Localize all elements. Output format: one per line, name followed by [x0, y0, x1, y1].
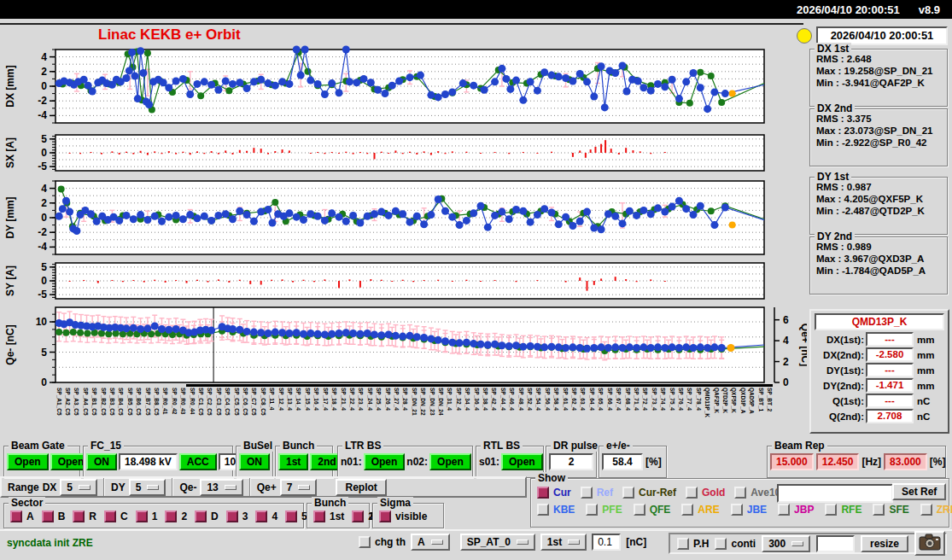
- beam-rep-1-field[interactable]: 15.000: [770, 453, 814, 470]
- q1-value: ---: [866, 394, 914, 408]
- bunch-1st-button[interactable]: 1st: [278, 453, 308, 470]
- checkbox-sfe[interactable]: SFE: [873, 504, 908, 516]
- checkbox-d[interactable]: D: [195, 510, 219, 522]
- dy-chart[interactable]: 420-2-4DY [mm]: [0, 176, 807, 260]
- bpm-label: SP_A2_C5: [64, 388, 70, 436]
- range-qem-dropdown[interactable]: 13: [200, 479, 242, 496]
- ltr-n02-open-button[interactable]: Open: [429, 453, 471, 470]
- checkbox-pfe[interactable]: PFE: [586, 504, 622, 516]
- busel-on-button[interactable]: ON: [239, 453, 270, 470]
- count-dropdown[interactable]: 300: [762, 535, 810, 552]
- dx-chart[interactable]: 420-2-4DX [mm]: [0, 44, 807, 128]
- bunch-show-group: Bunch 1st2nd: [307, 503, 370, 528]
- svg-text:2: 2: [41, 197, 47, 209]
- range-qep-dropdown[interactable]: 7: [280, 479, 318, 496]
- svg-text:0: 0: [41, 212, 47, 224]
- checkbox-ref[interactable]: Ref: [581, 487, 613, 499]
- checkbox-1st[interactable]: 1st: [313, 510, 344, 522]
- svg-text:0: 0: [783, 376, 789, 388]
- replot-button[interactable]: Replot: [336, 479, 386, 496]
- kekb-orbit-app: { "window": {"time":"2026/04/10 20:00:51…: [0, 0, 952, 560]
- svg-text:Qe- [nC]: Qe- [nC]: [4, 324, 16, 365]
- checkbox-a[interactable]: A: [10, 510, 34, 522]
- snapshot-button[interactable]: [914, 531, 945, 556]
- bunch-select-dropdown[interactable]: 1st: [540, 534, 587, 551]
- bpm-label: SP_61_4: [562, 388, 568, 436]
- dropdown-bar-icon: [517, 540, 529, 545]
- count-entry-field[interactable]: [816, 535, 855, 552]
- bpm-label: SP_B2_C5: [100, 388, 106, 436]
- sx-chart[interactable]: 50-5SX [A]: [0, 130, 807, 176]
- svg-text:-2: -2: [38, 226, 47, 238]
- ltr-n01-open-button[interactable]: Open: [364, 453, 406, 470]
- dy2-min: -1.784@QAD5P_A: [842, 265, 926, 276]
- checkbox-jbe[interactable]: JBE: [731, 504, 767, 516]
- checkbox-gold[interactable]: Gold: [686, 487, 725, 499]
- bpm-label: SP_BT_1: [757, 388, 763, 436]
- checkbox-ave10[interactable]: Ave10: [734, 487, 780, 499]
- range-qep-label: Qe+: [257, 481, 277, 493]
- svg-text:4: 4: [41, 183, 47, 195]
- sy-chart[interactable]: 50-5SY [A]: [0, 258, 807, 304]
- dx-1st-stats: DX 1st RMS : 2.648 Max : 19.258@SP_DN_21…: [809, 49, 948, 107]
- beam-rep-2-field[interactable]: 12.450: [816, 453, 860, 470]
- bpm-label: SP_42_4: [491, 388, 497, 436]
- checkbox-cur-ref[interactable]: Cur-Ref: [622, 487, 676, 499]
- bpm-label: SP_17_4: [322, 388, 328, 436]
- checkbox-qfe[interactable]: QFE: [634, 504, 671, 516]
- acquisition-panel: P.H conti 300 resize: [669, 533, 947, 554]
- bpm-label: SP_14_4: [295, 388, 301, 436]
- checkbox-cur[interactable]: Cur: [537, 487, 571, 499]
- checkbox-jbp[interactable]: JBP: [778, 504, 814, 516]
- range-dx-dropdown[interactable]: 5: [60, 479, 97, 496]
- beam-gate-open-1-button[interactable]: Open: [7, 453, 49, 470]
- checkbox-p-h[interactable]: P.H: [677, 538, 709, 550]
- dx1-max: 19.258@SP_DN_21: [844, 66, 933, 76]
- dy2-rms: 0.989: [847, 242, 872, 252]
- bpm-label: SP_C4_C5: [225, 388, 231, 436]
- checkbox-4[interactable]: 4: [255, 510, 277, 522]
- checkbox-conti[interactable]: conti: [715, 538, 756, 550]
- checkbox-rfe[interactable]: RFE: [825, 504, 861, 516]
- checkbox-2[interactable]: 2: [165, 510, 187, 522]
- dropdown-bar-icon: [568, 540, 580, 545]
- e-ratio-field[interactable]: 58.4: [602, 453, 643, 470]
- rtl-s01-open-button[interactable]: Open: [501, 453, 543, 470]
- bpm-label: SP_21_4: [340, 388, 346, 436]
- bpm-label: SP_15_4: [304, 388, 310, 436]
- bpm-label: SP_73_4: [651, 388, 657, 436]
- checkbox-chg-th[interactable]: chg th: [359, 536, 406, 548]
- range-dy-dropdown[interactable]: 5: [129, 479, 166, 496]
- resize-button[interactable]: resize: [861, 535, 908, 552]
- checkbox-zre[interactable]: ZRE: [920, 504, 952, 516]
- checkbox-are[interactable]: ARE: [681, 504, 719, 516]
- checkbox-kbe[interactable]: KBE: [537, 504, 575, 516]
- dy1-rms: 0.987: [847, 182, 872, 192]
- ref-name-input[interactable]: [777, 484, 893, 503]
- checkbox-1[interactable]: 1: [136, 510, 158, 522]
- checkbox-r[interactable]: R: [73, 510, 96, 522]
- bpm-label: SP_B3_C5: [108, 388, 114, 436]
- mode-a-dropdown[interactable]: A: [411, 534, 450, 551]
- monitor-row: DX(1st):---mm: [815, 332, 944, 347]
- checkbox-c[interactable]: C: [104, 510, 128, 522]
- checkbox-b[interactable]: B: [42, 510, 66, 522]
- beam-rep-3-field[interactable]: 83.000: [884, 453, 927, 470]
- fc15-acc-button[interactable]: ACC: [179, 453, 217, 470]
- checkbox-visible[interactable]: visible: [379, 510, 427, 522]
- checkbox-3[interactable]: 3: [226, 510, 248, 522]
- range-dx-label: DX: [43, 481, 57, 493]
- nc-unit: [nC]: [626, 536, 646, 548]
- dx2-max: 23.073@SP_DN_21: [844, 125, 933, 136]
- set-ref-button[interactable]: Set Ref: [892, 483, 946, 500]
- fc15-kv-field[interactable]: 18.498 kV: [119, 453, 178, 470]
- bpm-select-dropdown[interactable]: SP_AT_0: [460, 534, 535, 551]
- bpm-label: SP_R0_43: [180, 388, 186, 436]
- threshold-field[interactable]: 0.1: [592, 534, 621, 551]
- checkbox-5[interactable]: 5: [285, 510, 307, 522]
- fc15-on-button[interactable]: ON: [86, 453, 117, 470]
- qe-chart[interactable]: 1050Qe- [nC]6420Qe+ [nC]: [0, 302, 807, 388]
- dr-pulse-field[interactable]: 2: [549, 453, 593, 470]
- dy1-min: -2.487@QTD2P_K: [842, 206, 925, 216]
- monitor-bpm-name[interactable]: QMD13P_K: [815, 313, 944, 330]
